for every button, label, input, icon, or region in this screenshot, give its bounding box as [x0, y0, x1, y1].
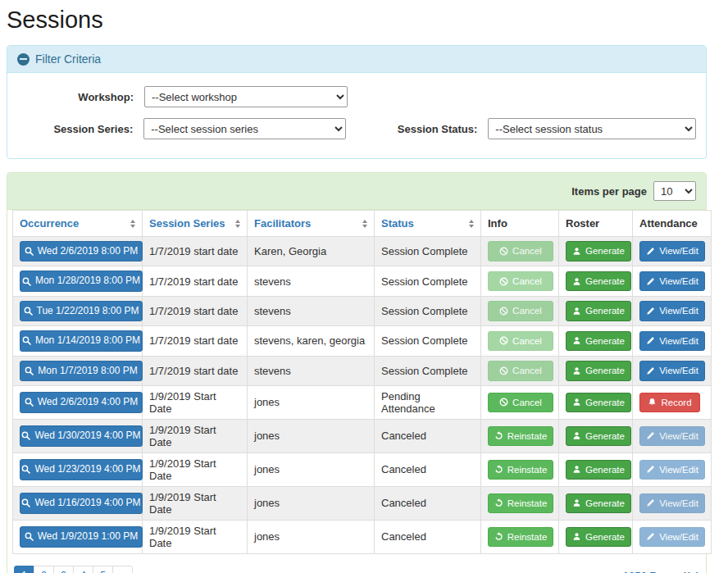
generate-button[interactable]: Generate: [566, 361, 631, 381]
record-button[interactable]: Record: [639, 393, 700, 413]
generate-button-label: Generate: [585, 497, 625, 511]
generate-button[interactable]: Generate: [566, 241, 631, 261]
sort-icon[interactable]: [235, 220, 240, 228]
status-cell: Canceled: [375, 486, 481, 520]
column-label-facilitators[interactable]: Facilitators: [254, 217, 311, 230]
reinstate-button[interactable]: Reinstate: [488, 426, 553, 447]
occurrence-button[interactable]: Wed 1/16/2019 4:00 PM: [20, 493, 143, 513]
column-header-session-series[interactable]: Session Series: [143, 211, 248, 237]
reinstate-button[interactable]: Reinstate: [488, 493, 553, 514]
pagination-page-5[interactable]: 5: [93, 566, 113, 573]
generate-button[interactable]: Generate: [566, 493, 631, 514]
record-button-label: Record: [661, 396, 691, 410]
session-series-cell: 1/7/2019 start date: [143, 296, 248, 325]
generate-button[interactable]: Generate: [566, 426, 631, 447]
occurrence-button[interactable]: Mon 1/28/2019 8:00 PM: [20, 271, 143, 291]
column-header-occurrence[interactable]: Occurrence: [13, 211, 143, 237]
occurrence-button[interactable]: Wed 2/6/2019 4:00 PM: [20, 392, 143, 412]
view-edit-button[interactable]: View/Edit: [639, 301, 705, 321]
workshop-select[interactable]: --Select workshop: [144, 86, 348, 107]
generate-button[interactable]: Generate: [566, 301, 631, 321]
occurrence-button[interactable]: Wed 1/9/2019 1:00 PM: [20, 526, 143, 547]
pagination-page-2[interactable]: 2: [34, 566, 54, 573]
ban-icon: [499, 277, 508, 286]
generate-button[interactable]: Generate: [566, 527, 631, 548]
view-edit-button-label: View/Edit: [659, 244, 698, 258]
pagination-page-1[interactable]: 1: [14, 566, 34, 573]
column-label-session-series[interactable]: Session Series: [149, 217, 225, 230]
occurrence-cell: Mon 1/28/2019 8:00 PM: [13, 266, 143, 296]
column-label-status[interactable]: Status: [381, 217, 414, 230]
generate-button[interactable]: Generate: [566, 393, 631, 413]
occurrence-button[interactable]: Wed 1/23/2019 4:00 PM: [20, 459, 143, 480]
column-label-occurrence[interactable]: Occurrence: [20, 217, 79, 230]
items-per-page-select[interactable]: 10: [653, 181, 696, 201]
view-edit-button-label: View/Edit: [659, 275, 698, 289]
table-row: Tue 1/22/2019 8:00 PM1/7/2019 start date…: [13, 296, 712, 325]
pencil-icon: [646, 366, 655, 375]
session-series-cell: 1/9/2019 Start Date: [143, 419, 248, 452]
pagination-next-button[interactable]: »: [112, 566, 133, 573]
status-cell: Pending Attendance: [375, 385, 481, 419]
view-edit-button[interactable]: View/Edit: [639, 331, 705, 352]
view-edit-button-label: View/Edit: [659, 530, 698, 544]
reinstate-button[interactable]: Reinstate: [488, 460, 553, 480]
items-per-page-label: Items per page: [571, 185, 647, 198]
roster-cell: Generate: [559, 326, 633, 356]
occurrence-button[interactable]: Tue 1/22/2019 8:00 PM: [20, 301, 143, 321]
view-edit-button-label: View/Edit: [659, 304, 698, 318]
search-icon: [25, 398, 34, 407]
column-header-roster: Roster: [559, 211, 633, 237]
generate-button[interactable]: Generate: [566, 271, 631, 292]
sort-icon[interactable]: [362, 220, 367, 228]
occurrence-button[interactable]: Mon 1/7/2019 8:00 PM: [20, 361, 143, 381]
view-edit-button[interactable]: View/Edit: [639, 271, 705, 292]
pagination-page-3[interactable]: 3: [53, 566, 74, 573]
filter-panel-header[interactable]: Filter Criteria: [7, 46, 706, 73]
session-series-cell: 1/7/2019 start date: [143, 356, 248, 385]
roster-cell: Generate: [559, 452, 633, 486]
occurrence-button[interactable]: Wed 1/30/2019 4:00 PM: [20, 425, 143, 446]
occurrence-button[interactable]: Mon 1/14/2019 8:00 PM: [20, 330, 143, 351]
pencil-icon: [646, 431, 655, 440]
view-edit-button-label: View/Edit: [659, 463, 698, 477]
view-edit-button: View/Edit: [639, 527, 705, 548]
search-icon: [25, 247, 34, 256]
reinstate-button[interactable]: Reinstate: [488, 527, 553, 548]
view-edit-button[interactable]: View/Edit: [639, 241, 705, 261]
info-cell: Cancel: [481, 356, 559, 385]
sort-icon[interactable]: [469, 220, 474, 228]
column-header-status[interactable]: Status: [375, 211, 481, 237]
filter-panel-title: Filter Criteria: [35, 52, 101, 66]
view-edit-button-label: View/Edit: [659, 497, 698, 511]
info-cell: Cancel: [481, 326, 559, 356]
undo-icon: [494, 465, 503, 474]
info-cell: Reinstate: [481, 452, 559, 486]
cancel-button[interactable]: Cancel: [488, 393, 553, 413]
pagination-page-4[interactable]: 4: [73, 566, 93, 573]
session-series-select[interactable]: --Select session series: [143, 118, 346, 139]
occurrence-cell: Wed 1/16/2019 4:00 PM: [13, 486, 143, 520]
session-series-cell: 1/7/2019 start date: [143, 326, 248, 356]
ban-icon: [499, 247, 508, 256]
status-cell: Session Complete: [375, 326, 481, 356]
session-series-cell: 1/7/2019 start date: [143, 237, 248, 266]
collapse-minus-icon[interactable]: [17, 53, 30, 66]
generate-button-label: Generate: [585, 244, 625, 258]
sort-icon[interactable]: [130, 220, 135, 228]
generate-button[interactable]: Generate: [566, 460, 631, 480]
info-cell: Cancel: [481, 296, 559, 325]
generate-button[interactable]: Generate: [566, 331, 631, 352]
table-row: Wed 2/6/2019 8:00 PM1/7/2019 start dateK…: [13, 237, 712, 266]
occurrence-button[interactable]: Wed 2/6/2019 8:00 PM: [20, 241, 143, 261]
session-status-select[interactable]: --Select session status: [488, 118, 696, 139]
view-edit-button[interactable]: View/Edit: [639, 361, 705, 381]
pencil-icon: [646, 498, 655, 507]
column-header-facilitators[interactable]: Facilitators: [248, 211, 375, 237]
table-row: Mon 1/28/2019 8:00 PM1/7/2019 start date…: [13, 266, 712, 296]
info-cell: Cancel: [481, 237, 559, 266]
ban-icon: [499, 307, 508, 316]
view-edit-button: View/Edit: [639, 426, 705, 447]
page-title: Sessions: [7, 7, 707, 34]
cancel-button: Cancel: [488, 241, 553, 261]
